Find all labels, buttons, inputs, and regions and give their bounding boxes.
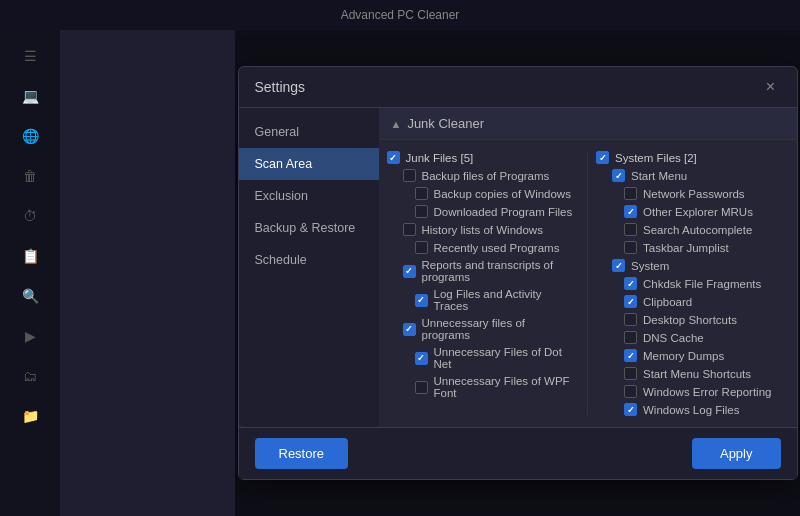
settings-scroll[interactable]: ▲ Junk Cleaner [379,108,797,427]
junk-files-label[interactable]: Junk Files [5] [406,152,474,164]
nav-item-general[interactable]: General [239,116,379,148]
windows-error-label[interactable]: Windows Error Reporting [643,386,771,398]
downloaded-program-checkbox[interactable] [415,205,428,218]
log-files-item: Log Files and Activity Traces [387,286,580,314]
nav-item-schedule[interactable]: Schedule [239,244,379,276]
junk-files-item: Junk Files [5] [387,149,580,166]
sidebar-icon-uni[interactable]: 🗂 [10,358,50,394]
settings-body: General Scan Area Exclusion Backup & Res… [239,108,797,427]
start-menu-shortcuts-label[interactable]: Start Menu Shortcuts [643,368,751,380]
sidebar-icon-inv[interactable]: 🔍 [10,278,50,314]
search-autocomplete-label[interactable]: Search Autocomplete [643,224,752,236]
backup-files-item: Backup files of Programs [387,167,580,184]
unnecessary-files-checkbox[interactable] [403,323,416,336]
sidebar-icon-temp[interactable]: ⏱ [10,198,50,234]
log-files-label[interactable]: Log Files and Activity Traces [434,288,576,312]
start-menu-shortcuts-item: Start Menu Shortcuts [596,365,789,382]
windows-error-checkbox[interactable] [624,385,637,398]
dotnet-label[interactable]: Unnecessary Files of Dot Net [434,346,576,370]
system-checkbox[interactable] [612,259,625,272]
wpf-font-label[interactable]: Unnecessary Files of WPF Font [434,375,576,399]
history-lists-checkbox[interactable] [403,223,416,236]
app-title: Advanced PC Cleaner [341,8,460,22]
two-col-layout: Junk Files [5] Backup files of Programs [379,140,797,427]
start-menu-item: Start Menu [596,167,789,184]
backup-copies-item: Backup copies of Windows [387,185,580,202]
history-lists-item: History lists of Windows [387,221,580,238]
sidebar-icon-online[interactable]: 🌐 [10,118,50,154]
right-col: System Files [2] Start Menu [588,148,797,419]
sidebar-icon-old[interactable]: 📁 [10,398,50,434]
search-autocomplete-checkbox[interactable] [624,223,637,236]
dns-cache-item: DNS Cache [596,329,789,346]
sidebar-icon-system[interactable]: 💻 [10,78,50,114]
windows-log-label[interactable]: Windows Log Files [643,404,740,416]
network-passwords-checkbox[interactable] [624,187,637,200]
system-files-item: System Files [2] [596,149,789,166]
nav-item-scan-area[interactable]: Scan Area [239,148,379,180]
taskbar-jumplist-checkbox[interactable] [624,241,637,254]
settings-modal: Settings × General Scan Area [238,66,798,480]
unnecessary-files-item: Unnecessary files of programs [387,315,580,343]
backup-copies-checkbox[interactable] [415,187,428,200]
desktop-shortcuts-label[interactable]: Desktop Shortcuts [643,314,737,326]
backup-files-checkbox[interactable] [403,169,416,182]
other-explorer-item: Other Explorer MRUs [596,203,789,220]
dns-cache-label[interactable]: DNS Cache [643,332,704,344]
sidebar-icon-reg[interactable]: 📋 [10,238,50,274]
start-menu-checkbox[interactable] [612,169,625,182]
modal-overlay: Settings × General Scan Area [235,30,800,516]
chkdsk-checkbox[interactable] [624,277,637,290]
other-explorer-label[interactable]: Other Explorer MRUs [643,206,753,218]
sidebar-icon-startup[interactable]: ▶ [10,318,50,354]
system-files-checkbox[interactable] [596,151,609,164]
clipboard-checkbox[interactable] [624,295,637,308]
log-files-checkbox[interactable] [415,294,428,307]
modal-title: Settings [255,79,306,95]
nav-item-exclusion[interactable]: Exclusion [239,180,379,212]
nav-panel [60,30,235,516]
windows-log-checkbox[interactable] [624,403,637,416]
junk-files-checkbox[interactable] [387,151,400,164]
reports-item: Reports and transcripts of programs [387,257,580,285]
downloaded-program-label[interactable]: Downloaded Program Files [434,206,573,218]
system-files-label[interactable]: System Files [2] [615,152,697,164]
backup-copies-label[interactable]: Backup copies of Windows [434,188,571,200]
chkdsk-item: Chkdsk File Fragments [596,275,789,292]
reports-checkbox[interactable] [403,265,416,278]
modal-footer: Restore Apply [239,427,797,479]
network-passwords-item: Network Passwords [596,185,789,202]
unnecessary-files-label[interactable]: Unnecessary files of programs [422,317,576,341]
backup-files-label[interactable]: Backup files of Programs [422,170,550,182]
memory-dumps-label[interactable]: Memory Dumps [643,350,724,362]
network-passwords-label[interactable]: Network Passwords [643,188,745,200]
other-explorer-checkbox[interactable] [624,205,637,218]
sidebar-icon-junk[interactable]: 🗑 [10,158,50,194]
close-button[interactable]: × [761,77,781,97]
clipboard-label[interactable]: Clipboard [643,296,692,308]
main-content: Settings × General Scan Area [235,30,800,516]
desktop-shortcuts-checkbox[interactable] [624,313,637,326]
chkdsk-label[interactable]: Chkdsk File Fragments [643,278,761,290]
collapse-arrow: ▲ [391,118,402,130]
memory-dumps-checkbox[interactable] [624,349,637,362]
restore-button[interactable]: Restore [255,438,349,469]
settings-nav: General Scan Area Exclusion Backup & Res… [239,108,379,427]
app-titlebar: Advanced PC Cleaner [0,0,800,30]
recently-used-label[interactable]: Recently used Programs [434,242,560,254]
start-menu-shortcuts-checkbox[interactable] [624,367,637,380]
history-lists-label[interactable]: History lists of Windows [422,224,543,236]
system-label[interactable]: System [631,260,669,272]
section-title: Junk Cleaner [407,116,484,131]
dns-cache-checkbox[interactable] [624,331,637,344]
start-menu-label[interactable]: Start Menu [631,170,687,182]
reports-label[interactable]: Reports and transcripts of programs [422,259,576,283]
apply-button[interactable]: Apply [692,438,781,469]
dotnet-checkbox[interactable] [415,352,428,365]
nav-item-backup-restore[interactable]: Backup & Restore [239,212,379,244]
taskbar-jumplist-label[interactable]: Taskbar Jumplist [643,242,729,254]
recently-used-checkbox[interactable] [415,241,428,254]
wpf-font-item: Unnecessary Files of WPF Font [387,373,580,401]
wpf-font-checkbox[interactable] [415,381,428,394]
sidebar-icon-1[interactable]: ☰ [10,38,50,74]
